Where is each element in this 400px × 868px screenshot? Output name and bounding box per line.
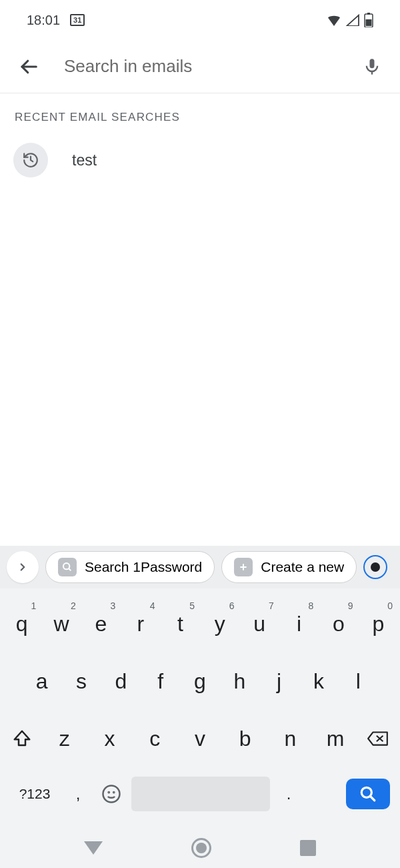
symbols-key[interactable]: ?123 (10, 786, 59, 802)
back-arrow-icon[interactable] (19, 57, 39, 77)
key-k[interactable]: k (299, 669, 338, 694)
nav-recent-icon[interactable] (300, 840, 316, 856)
onepassword-icon[interactable] (363, 555, 387, 579)
expand-suggestions-button[interactable] (7, 551, 39, 583)
suggestion-search-1password[interactable]: Search 1Password (45, 551, 215, 583)
search-header (0, 40, 400, 93)
svg-point-11 (103, 786, 120, 803)
key-g[interactable]: g (180, 669, 219, 694)
comma-key[interactable]: , (65, 785, 91, 803)
backspace-key[interactable] (358, 729, 398, 748)
suggestion-create-new[interactable]: Create a new (221, 551, 357, 583)
shift-key[interactable] (2, 729, 42, 749)
recent-search-item[interactable]: test (0, 131, 400, 189)
key-row-2: a s d f g h j k l (2, 653, 398, 710)
battery-icon (364, 13, 373, 27)
svg-line-15 (370, 796, 375, 801)
key-r[interactable]: 4r (121, 612, 160, 636)
recent-search-text: test (72, 151, 97, 169)
svg-point-5 (63, 563, 69, 569)
nav-home-icon[interactable] (191, 838, 211, 858)
suggestion-label: Search 1Password (85, 559, 202, 575)
key-v[interactable]: v (177, 727, 223, 751)
key-row-bottom: ?123 , . (2, 767, 398, 821)
recent-searches-label: RECENT EMAIL SEARCHES (0, 93, 400, 131)
key-b[interactable]: b (223, 727, 268, 751)
key-row-3: z x c v b n m (2, 710, 398, 767)
key-j[interactable]: j (259, 669, 299, 694)
calendar-icon: 31 (70, 14, 85, 26)
svg-rect-1 (367, 13, 370, 15)
search-enter-key[interactable] (346, 779, 390, 809)
plus-icon (234, 558, 253, 576)
key-n[interactable]: n (268, 727, 313, 751)
key-o[interactable]: 9o (319, 612, 358, 636)
key-t[interactable]: 5t (161, 612, 200, 636)
key-z[interactable]: z (42, 727, 87, 751)
nav-back-icon[interactable] (84, 841, 103, 855)
key-d[interactable]: d (101, 669, 141, 694)
key-c[interactable]: c (132, 727, 177, 751)
key-e[interactable]: 3e (81, 612, 121, 636)
history-icon (13, 143, 48, 177)
microphone-icon[interactable] (363, 57, 381, 76)
signal-icon (345, 14, 360, 26)
period-key[interactable]: . (275, 785, 302, 803)
key-f[interactable]: f (141, 669, 180, 694)
emoji-key[interactable] (97, 784, 126, 804)
key-i[interactable]: 8i (279, 612, 319, 636)
key-w[interactable]: 2w (41, 612, 81, 636)
status-bar: 18:01 31 (0, 0, 400, 40)
space-key[interactable] (131, 777, 270, 811)
key-l[interactable]: l (339, 669, 378, 694)
suggestion-bar: Search 1Password Create a new (0, 546, 400, 588)
key-row-1: 1q 2w 3e 4r 5t 6y 7u 8i 9o 0p (2, 595, 398, 653)
key-h[interactable]: h (220, 669, 259, 694)
suggestion-label: Create a new (261, 559, 344, 575)
key-u[interactable]: 7u (239, 612, 279, 636)
keyboard: Search 1Password Create a new 1q 2w 3e 4… (0, 546, 400, 868)
wifi-icon (327, 14, 341, 26)
search-icon (58, 558, 77, 576)
key-q[interactable]: 1q (2, 612, 41, 636)
svg-rect-2 (366, 19, 372, 26)
search-input[interactable] (64, 56, 363, 77)
key-s[interactable]: s (61, 669, 101, 694)
key-x[interactable]: x (87, 727, 133, 751)
status-time: 18:01 (27, 13, 60, 28)
svg-point-12 (109, 792, 109, 793)
svg-line-6 (69, 568, 71, 570)
key-m[interactable]: m (313, 727, 358, 751)
navigation-bar (0, 828, 400, 868)
key-p[interactable]: 0p (359, 612, 398, 636)
svg-point-13 (113, 792, 114, 793)
key-a[interactable]: a (22, 669, 61, 694)
key-y[interactable]: 6y (200, 612, 239, 636)
